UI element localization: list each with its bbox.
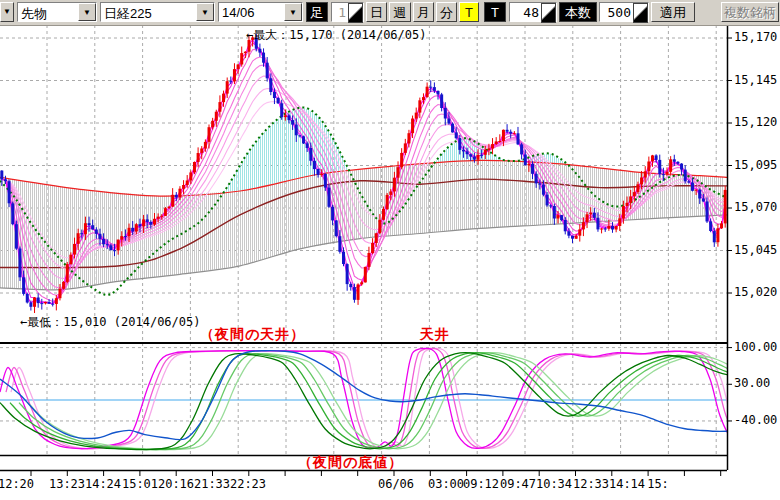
oscillator-axis-label: 30.00 [734, 376, 770, 390]
interval-stepper[interactable]: 1 [331, 2, 364, 22]
toolbar: ▼ 先物 ▼ 日経225 ▼ 14/06 ▼ 足 1 日 週 月 分 T T 4… [0, 0, 780, 26]
period-minute-button[interactable]: 分 [436, 2, 457, 22]
ashi-label-button[interactable]: 足 [306, 2, 328, 22]
oscillator-axis-label: -40.00 [734, 413, 777, 427]
apply-button[interactable]: 適用 [651, 2, 695, 22]
spinner-icon[interactable] [348, 3, 363, 23]
price-axis-label: 15,020 [734, 285, 777, 299]
chart-canvas [0, 0, 780, 500]
time-axis-label: 03:00 [428, 477, 464, 491]
bar-count-value: 500 [600, 3, 633, 21]
time-axis-label: 09:47 [500, 477, 536, 491]
multi-symbol-button[interactable]: 複数銘柄 [721, 2, 779, 22]
price-axis-label: 15,170 [734, 30, 777, 44]
ceiling-annotation: 天井 [420, 326, 450, 344]
bar-count-label-button[interactable]: 本数 [559, 2, 597, 22]
time-axis-label: 20:16 [158, 477, 194, 491]
chart-window: ▼ 先物 ▼ 日経225 ▼ 14/06 ▼ 足 1 日 週 月 分 T T 4… [0, 0, 780, 500]
price-axis-label: 15,120 [734, 115, 777, 129]
left-combo-arrow-button[interactable]: ▼ [0, 2, 14, 22]
price-axis-label: 15,095 [734, 158, 777, 172]
time-axis-label: 15:01 [122, 477, 158, 491]
spinner-icon[interactable] [633, 3, 648, 23]
period-week-button[interactable]: 週 [389, 2, 411, 22]
bar-count-stepper[interactable]: 500 [599, 2, 649, 22]
interval-value: 1 [332, 3, 348, 21]
time-axis-label: 21:33 [194, 477, 230, 491]
price-axis-label: 15,145 [734, 73, 777, 87]
contract-month-select[interactable]: 14/06 ▼ [218, 2, 303, 22]
time-axis-label: 14:14 [609, 477, 645, 491]
time-axis-label: 15: [647, 477, 669, 491]
chevron-down-icon[interactable]: ▼ [284, 3, 302, 21]
symbol-select[interactable]: 日経225 ▼ [100, 2, 215, 22]
min-price-annotation: ←最低：15,010 (2014/06/05) [20, 314, 201, 331]
contract-month-value: 14/06 [219, 3, 284, 21]
time-axis-label: 10:34 [536, 477, 572, 491]
time-axis-label: 09:12 [463, 477, 499, 491]
chevron-down-icon[interactable]: ▼ [78, 3, 96, 21]
time-axis-label: 12:20 [0, 477, 34, 491]
oscillator-axis-label: 100.00 [734, 340, 777, 354]
symbol-value: 日経225 [101, 3, 196, 21]
tick-count-stepper[interactable]: 48 [509, 2, 557, 22]
tick-count-label-button[interactable]: T [484, 2, 506, 22]
time-axis-label: 06/06 [378, 477, 414, 491]
time-axis-label: 13:23 [49, 477, 85, 491]
time-axis-label: 12:33 [573, 477, 609, 491]
night-ceiling-annotation: （夜間の天井） [200, 326, 305, 344]
time-axis-label: 22:23 [230, 477, 266, 491]
tick-mode-button-active[interactable]: T [459, 2, 479, 22]
tick-count-value: 48 [510, 3, 541, 21]
night-bottom-annotation: （夜間の底値） [298, 454, 403, 472]
price-axis-label: 15,045 [734, 243, 777, 257]
instrument-type-value: 先物 [18, 3, 78, 21]
max-price-annotation: ←最大：15,170 (2014/06/05) [246, 27, 427, 44]
period-day-button[interactable]: 日 [366, 2, 387, 22]
period-month-button[interactable]: 月 [413, 2, 434, 22]
spinner-icon[interactable] [541, 3, 556, 23]
chevron-down-icon: ▼ [3, 8, 11, 16]
price-axis-label: 15,070 [734, 200, 777, 214]
time-axis-label: 14:24 [85, 477, 121, 491]
chevron-down-icon[interactable]: ▼ [196, 3, 214, 21]
instrument-type-select[interactable]: 先物 ▼ [17, 2, 97, 22]
